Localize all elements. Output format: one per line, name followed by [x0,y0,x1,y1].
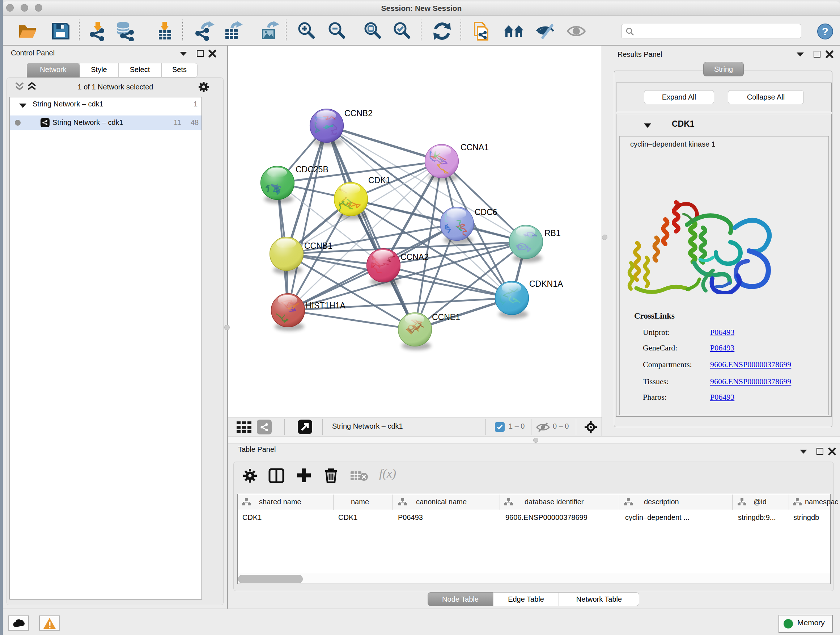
svg-text:CCNE1: CCNE1 [432,312,460,322]
svg-text:CDC6: CDC6 [475,207,497,217]
svg-text:CDC25B: CDC25B [295,165,328,174]
svg-text:CCNB2: CCNB2 [344,109,373,118]
svg-text:HIST1H1A: HIST1H1A [306,301,346,310]
svg-text:?: ? [822,25,829,37]
svg-text:CDK1: CDK1 [368,176,390,185]
svg-text:RB1: RB1 [545,228,561,238]
svg-text:CCNA2: CCNA2 [401,252,429,262]
svg-text:CCNB1: CCNB1 [304,241,332,250]
svg-text:CDKN1A: CDKN1A [529,279,563,288]
svg-text:CCNA1: CCNA1 [461,143,489,152]
